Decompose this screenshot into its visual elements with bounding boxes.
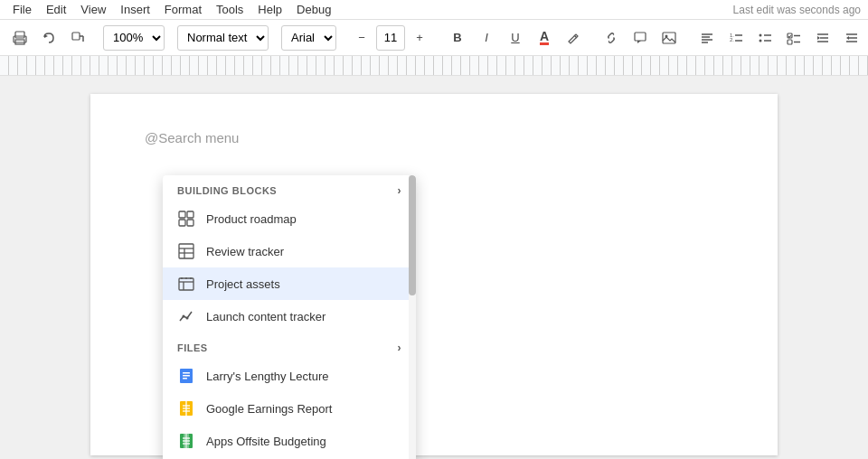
last-edit-status: Last edit was seconds ago [733, 4, 861, 16]
files-arrow[interactable]: › [398, 342, 402, 354]
image-button[interactable] [656, 25, 682, 51]
at-mention-dropdown: BUILDING BLOCKS › Product roadmap [163, 175, 416, 459]
indent-decrease-icon [816, 31, 830, 45]
svg-rect-37 [179, 220, 185, 226]
menu-tools[interactable]: Tools [211, 1, 249, 18]
italic-button[interactable]: I [474, 25, 499, 51]
underline-button[interactable]: U [503, 25, 528, 51]
svg-rect-39 [179, 244, 193, 258]
svg-rect-36 [187, 211, 193, 218]
checklist-button[interactable] [781, 25, 807, 51]
menu-debug[interactable]: Debug [291, 1, 336, 18]
link-icon [604, 31, 618, 45]
svg-line-7 [574, 35, 577, 38]
doc-blue-icon [177, 367, 195, 385]
scrollbar-thumb[interactable] [409, 175, 416, 295]
print-icon [13, 31, 27, 45]
menu-insert[interactable]: Insert [115, 1, 156, 18]
product-roadmap-label: Product roadmap [206, 212, 401, 226]
highlight-button[interactable] [561, 25, 586, 51]
menu-item-project-assets[interactable]: Project assets ▶ [163, 267, 416, 300]
svg-marker-3 [44, 34, 48, 38]
svg-point-46 [183, 315, 185, 318]
text-style-select[interactable]: Normal text [177, 25, 269, 51]
zoom-select[interactable]: 100% [103, 25, 165, 51]
align-icon [700, 31, 714, 45]
menu-item-product-roadmap[interactable]: Product roadmap [163, 202, 416, 235]
dropdown-scrollbar[interactable] [409, 175, 416, 459]
files-label: FILES [177, 342, 208, 353]
google-earnings-label: Google Earnings Report [206, 402, 401, 416]
building-blocks-arrow[interactable]: › [398, 184, 402, 197]
paint-icon [71, 31, 85, 45]
indent-increase-button[interactable] [839, 25, 864, 51]
undo-button[interactable] [36, 25, 61, 51]
apps-offsite-label: Apps Offsite Budgeting [206, 435, 401, 448]
align-button[interactable] [694, 25, 720, 51]
comment-icon [633, 31, 647, 45]
menu-file[interactable]: File [7, 1, 37, 18]
indent-increase-icon [844, 31, 859, 45]
svg-rect-35 [179, 211, 185, 218]
svg-rect-25 [788, 40, 792, 44]
sheet-green-icon [177, 432, 195, 450]
svg-rect-43 [179, 278, 193, 290]
svg-rect-8 [635, 33, 646, 41]
bold-button[interactable]: B [445, 25, 470, 51]
numberedlist-button[interactable]: 1. 2. [723, 25, 749, 51]
svg-point-21 [760, 39, 762, 42]
menu-item-larrys-lecture[interactable]: Larry's Lengthy Lecture [163, 360, 416, 392]
svg-point-47 [186, 317, 189, 320]
menu-item-google-earnings[interactable]: Google Earnings Report [163, 392, 416, 425]
svg-point-19 [760, 33, 762, 36]
font-size-input[interactable] [376, 25, 405, 51]
font-select[interactable]: Arial [281, 25, 336, 51]
larrys-lecture-label: Larry's Lengthy Lecture [206, 370, 401, 383]
menu-format[interactable]: Format [159, 1, 207, 18]
svg-rect-9 [663, 33, 675, 43]
bulletlist-icon [758, 31, 772, 45]
document-area: @Search menu BUILDING BLOCKS › Produ [0, 76, 868, 459]
indent-decrease-button[interactable] [810, 25, 835, 51]
document-page[interactable]: @Search menu BUILDING BLOCKS › Produ [90, 94, 778, 455]
svg-rect-4 [72, 33, 80, 40]
svg-marker-30 [817, 36, 820, 40]
review-tracker-label: Review tracker [206, 245, 401, 258]
building-blocks-label: BUILDING BLOCKS [177, 185, 277, 196]
undo-icon [42, 31, 56, 45]
search-menu-trigger: @Search menu [145, 130, 723, 145]
highlight-icon [566, 31, 580, 45]
text-color-icon: A [540, 30, 549, 45]
menu-bar: File Edit View Insert Format Tools Help … [0, 0, 868, 20]
files-section-header: FILES › [163, 333, 416, 360]
svg-rect-49 [183, 372, 190, 374]
font-size-group: − + [349, 25, 432, 51]
svg-marker-34 [846, 36, 849, 40]
ruler-marks [0, 56, 868, 75]
svg-rect-38 [187, 220, 193, 226]
increase-font-button[interactable]: + [407, 25, 432, 51]
bulletlist-button[interactable] [752, 25, 778, 51]
menu-item-apps-offsite[interactable]: Apps Offsite Budgeting [163, 425, 416, 457]
menu-help[interactable]: Help [252, 1, 288, 18]
building-blocks-section-header: BUILDING BLOCKS › [163, 175, 416, 202]
decrease-font-button[interactable]: − [349, 25, 374, 51]
print-button[interactable] [7, 25, 33, 51]
image-icon [662, 31, 676, 45]
numberedlist-icon: 1. 2. [729, 31, 743, 45]
comment-button[interactable] [627, 25, 653, 51]
paint-format-button[interactable] [65, 25, 90, 51]
menu-view[interactable]: View [75, 1, 111, 18]
ruler [0, 56, 868, 76]
menu-item-review-tracker[interactable]: Review tracker [163, 235, 416, 267]
project-assets-label: Project assets [206, 277, 401, 291]
menu-edit[interactable]: Edit [41, 1, 71, 18]
link-button[interactable] [599, 25, 624, 51]
chart-icon [177, 307, 195, 325]
svg-rect-0 [15, 32, 24, 38]
svg-rect-51 [183, 378, 187, 379]
svg-rect-50 [183, 375, 190, 377]
grid-icon [177, 210, 195, 228]
text-color-button[interactable]: A [532, 25, 557, 51]
menu-item-launch-tracker[interactable]: Launch content tracker [163, 300, 416, 333]
